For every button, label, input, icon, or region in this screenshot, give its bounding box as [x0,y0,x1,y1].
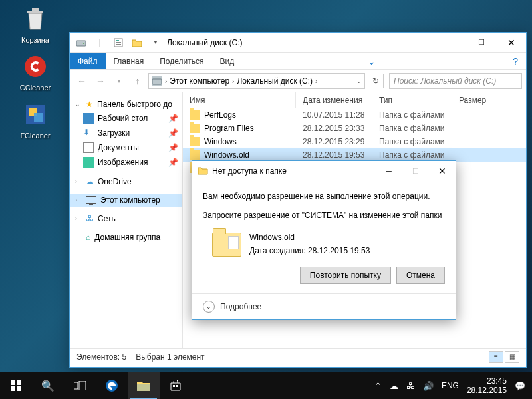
nav-documents[interactable]: Документы📌 [70,140,182,155]
view-icons-button[interactable]: ▦ [505,351,519,363]
col-name[interactable]: Имя [183,92,296,108]
tab-file[interactable]: Файл [70,53,106,69]
dialog-close-button[interactable]: ✕ [429,162,456,181]
taskbar-taskview-button[interactable] [64,372,96,399]
retry-button[interactable]: Повторить попытку [300,267,391,284]
file-row[interactable]: Windows28.12.2015 23:29Папка с файлами [183,135,526,148]
nav-label: OneDrive [98,177,132,186]
tray-notifications-icon[interactable]: 💬 [515,381,525,391]
file-name: Windows [204,137,237,146]
taskbar-store-button[interactable] [160,372,192,399]
nav-pane: ⌄★Панель быстрого до Рабочий стол📌 ⬇Загр… [70,92,183,348]
file-name: Windows.old [204,150,249,160]
folder-icon [190,137,200,146]
taskbar-edge-button[interactable] [96,372,128,399]
refresh-button[interactable]: ↻ [368,74,384,88]
file-type: Папка с файлами [372,110,452,120]
svg-rect-7 [116,40,119,41]
nav-quick-access[interactable]: ⌄★Панель быстрого до [70,98,182,111]
desktop-icon-fcleaner[interactable]: FCleaner [12,101,59,140]
nav-downloads[interactable]: ⬇Загрузки📌 [70,126,182,140]
file-name: PerfLogs [204,110,236,120]
tray-volume-icon[interactable]: 🔊 [423,381,434,391]
svg-rect-19 [176,385,178,387]
file-type: Папка с файлами [372,150,452,160]
svg-rect-11 [11,380,15,385]
qat-properties-icon[interactable] [112,37,124,49]
dialog-message-1: Вам необходимо разрешение на выполнение … [203,190,445,203]
desktop-icon-label: Корзина [12,36,59,44]
nav-pictures[interactable]: Изображения📌 [70,155,182,170]
nav-label: Документы [98,143,139,152]
taskbar-explorer-button[interactable] [128,372,160,399]
col-type[interactable]: Тип [372,92,452,108]
tray-onedrive-icon[interactable]: ☁ [390,381,398,391]
col-size[interactable]: Размер [452,92,505,108]
dialog-titlebar[interactable]: Нет доступа к папке ─ ☐ ✕ [192,161,456,181]
breadcrumb-pc[interactable]: Этот компьютер [170,76,229,86]
desktop-icon-recycle-bin[interactable]: Корзина [12,5,59,44]
tray-network-icon[interactable]: 🖧 [406,381,415,391]
nav-this-pc[interactable]: ›Этот компьютер [70,194,182,207]
chevron-down-icon: ⌄ [203,301,215,313]
tab-share[interactable]: Поделиться [152,53,211,69]
dialog-folder-name: Windows.old [249,231,370,244]
qat-newfolder-icon[interactable] [131,37,143,49]
dialog-minimize-button[interactable]: ─ [376,162,402,181]
cancel-button[interactable]: Отмена [396,267,445,284]
tray-language[interactable]: ENG [442,381,459,390]
ribbon-expand-icon[interactable]: ⌄ [368,56,384,66]
view-details-button[interactable]: ≡ [489,351,503,363]
nav-homegroup[interactable]: ⌂Домашняя группа [70,231,182,244]
nav-recent-dropdown[interactable]: ▾ [111,73,127,89]
svg-point-0 [25,56,46,77]
nav-label: Домашняя группа [94,233,160,242]
svg-rect-12 [17,380,21,385]
help-icon[interactable]: ? [509,56,526,66]
breadcrumb-drive[interactable]: Локальный диск (C:) [237,76,313,86]
navbar: ← → ▾ ↑ › Этот компьютер › Локальный дис… [70,70,526,92]
nav-forward-button[interactable]: → [92,73,108,89]
address-dropdown-icon[interactable]: ⌄ [356,78,362,84]
nav-back-button[interactable]: ← [74,73,90,89]
file-row[interactable]: Program Files28.12.2015 23:33Папка с фай… [183,122,526,135]
file-date: 28.12.2015 23:33 [296,124,372,133]
tab-view[interactable]: Вид [211,53,242,69]
drive-icon [75,37,87,49]
close-button[interactable]: ✕ [496,33,526,52]
tray-clock[interactable]: 23:45 28.12.2015 [467,376,507,396]
nav-up-button[interactable]: ↑ [130,73,146,89]
svg-rect-18 [173,385,175,387]
breadcrumb-sep: › [165,78,167,85]
svg-rect-16 [79,381,86,390]
nav-label: Изображения [98,158,148,167]
dialog-more-details[interactable]: ⌄ Подробнее [192,293,456,319]
dialog-title: Нет доступа к папке [212,166,287,176]
fcleaner-icon [22,101,49,128]
tray-chevron-icon[interactable]: ⌃ [374,381,382,391]
titlebar[interactable]: | ▼ Локальный диск (C:) ─ ☐ ✕ [70,33,526,53]
maximize-button[interactable]: ☐ [466,33,496,52]
file-row[interactable]: PerfLogs10.07.2015 11:28Папка с файлами [183,108,526,122]
nav-onedrive[interactable]: ›☁OneDrive [70,175,182,188]
file-date: 28.12.2015 23:29 [296,137,372,146]
nav-label: Загрузки [98,128,130,138]
folder-icon [212,233,241,257]
nav-network[interactable]: ›🖧Сеть [70,212,182,225]
folder-icon [190,124,200,133]
col-date[interactable]: Дата изменения [296,92,372,108]
taskbar-search-button[interactable]: 🔍 [32,372,64,399]
address-bar[interactable]: › Этот компьютер › Локальный диск (C:) ›… [148,73,365,89]
nav-desktop[interactable]: Рабочий стол📌 [70,111,182,126]
search-input[interactable]: Поиск: Локальный диск (C:) [389,73,522,89]
qat-dropdown-icon[interactable]: ▼ [150,37,162,49]
file-row[interactable]: Windows.old28.12.2015 19:53Папка с файла… [183,148,526,162]
column-headers: Имя Дата изменения Тип Размер [183,92,526,108]
dialog-message-2: Запросите разрешение от "СИСТЕМА" на изм… [203,209,445,222]
minimize-button[interactable]: ─ [436,33,466,52]
desktop-icon-ccleaner[interactable]: CCleaner [12,53,59,92]
pc-icon [86,196,96,204]
start-button[interactable] [0,372,32,399]
tab-home[interactable]: Главная [106,53,152,69]
status-count: Элементов: 5 [76,352,126,362]
